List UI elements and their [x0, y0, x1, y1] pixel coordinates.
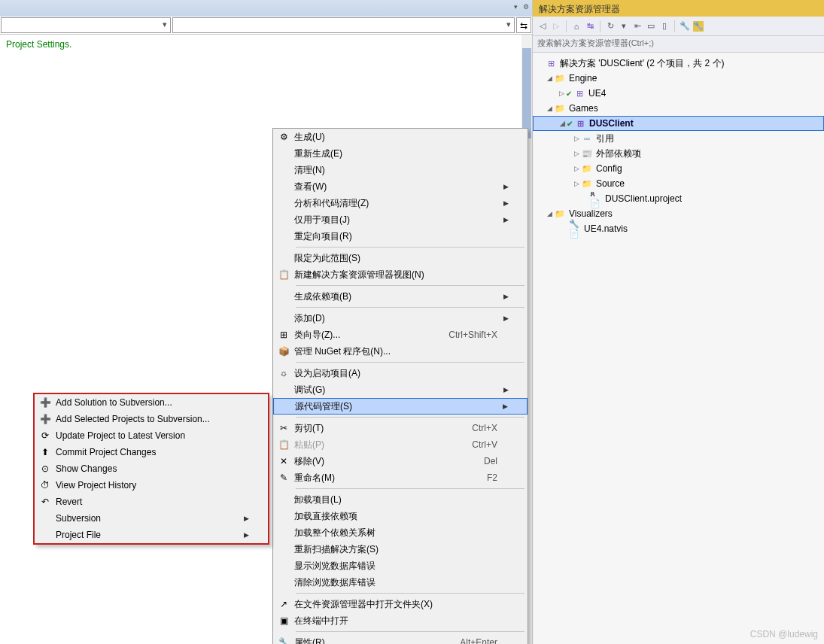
menu-label: 调试(G) — [294, 384, 503, 396]
refresh-icon[interactable]: ↻ — [605, 21, 616, 32]
sync-icon[interactable]: ↹ — [585, 21, 595, 32]
folder-games[interactable]: ◢📁Games — [533, 101, 824, 116]
menu-item[interactable]: 重新扫描解决方案(S) — [273, 541, 528, 557]
menu-item[interactable]: 加载整个依赖关系树 — [273, 524, 528, 541]
menu-item[interactable]: 显示浏览数据库错误 — [273, 557, 528, 574]
menu-item[interactable]: ➕Add Selected Projects to Subversion... — [35, 411, 268, 427]
menu-shortcut: Ctrl+Shift+X — [448, 330, 503, 340]
menu-item[interactable]: 清除浏览数据库错误 — [273, 574, 528, 591]
menu-item[interactable]: 🔧属性(R)Alt+Enter — [273, 634, 528, 644]
menu-item[interactable]: 源代码管理(S)▶ — [273, 398, 528, 415]
spanner-icon[interactable]: 🔧 — [693, 21, 704, 32]
menu-item[interactable]: ⊞类向导(Z)...Ctrl+Shift+X — [273, 327, 528, 343]
menu-label: 仅用于项目(J) — [294, 214, 503, 226]
menu-item[interactable]: Subversion▶ — [35, 510, 268, 527]
menu-item[interactable]: ✕移除(V)Del — [273, 453, 528, 469]
solution-icon: ⊞ — [545, 58, 557, 68]
menu-item[interactable]: Project File▶ — [35, 527, 268, 543]
menu-item[interactable]: ➕Add Solution to Subversion... — [35, 394, 268, 411]
gear-icon[interactable]: ⚙ — [521, 2, 531, 11]
project-ue4[interactable]: ▷✔⊞UE4 — [533, 86, 824, 101]
menu-item[interactable]: 分析和代码清理(Z)▶ — [273, 195, 528, 211]
menu-shortcut: Ctrl+X — [472, 423, 503, 433]
chevron-down-icon[interactable]: ▾ — [619, 21, 629, 32]
menu-label: Show Changes — [56, 463, 244, 474]
collapse-icon[interactable]: ⇤ — [632, 21, 643, 32]
toggle-button[interactable]: ⇆ — [516, 17, 531, 33]
menu-item[interactable]: ⟳Update Project to Latest Version — [35, 427, 268, 444]
menu-shortcut: Del — [484, 456, 503, 466]
menu-item[interactable]: ⏱View Project History — [35, 477, 268, 494]
uproject-file[interactable]: ▷ጸ📄DUSClient.uproject — [533, 191, 824, 206]
menu-item[interactable]: 加载直接依赖项 — [273, 508, 528, 524]
menu-item[interactable]: 📋粘贴(P)Ctrl+V — [273, 436, 528, 453]
source-folder[interactable]: ▷📁Source — [533, 176, 824, 191]
menu-item[interactable]: 重定向项目(R) — [273, 228, 528, 245]
menu-item[interactable]: 清理(N) — [273, 162, 528, 178]
menu-label: Commit Project Changes — [56, 447, 244, 457]
wrench-icon[interactable]: 🔧 — [680, 21, 690, 32]
menu-item[interactable]: 重新生成(E) — [273, 145, 528, 162]
solution-root[interactable]: ▾⊞解决方案 'DUSClient' (2 个项目，共 2 个) — [533, 56, 824, 71]
menu-item[interactable]: ▣在终端中打开 — [273, 612, 528, 629]
menu-item[interactable]: ⊙Show Changes — [35, 460, 268, 477]
menu-label: Add Solution to Subversion... — [56, 397, 244, 408]
file-icon: 🔧📄 — [569, 223, 581, 234]
menu-label: 生成(U) — [294, 131, 503, 144]
references-node[interactable]: ▷▫▫引用 — [533, 131, 824, 146]
menu-item[interactable]: ⚙生成(U) — [273, 129, 528, 145]
doc-icon[interactable]: ▯ — [659, 21, 670, 32]
folder-icon: 📁 — [581, 163, 593, 174]
folder-icon: 📁 — [554, 103, 566, 114]
menu-icon: ✂ — [273, 423, 294, 433]
menu-item[interactable]: ✎重命名(M)F2 — [273, 469, 528, 486]
menu-item[interactable]: 仅用于项目(J)▶ — [273, 211, 528, 228]
menu-item[interactable]: 调试(G)▶ — [273, 381, 528, 398]
folder-icon: 📁 — [581, 178, 593, 189]
context-menu: ⚙生成(U)重新生成(E)清理(N)查看(W)▶分析和代码清理(Z)▶仅用于项目… — [272, 128, 528, 644]
panel-toolbar: ◁ ▷ ⌂ ↹ ↻ ▾ ⇤ ▭ ▯ 🔧 🔧 — [533, 17, 824, 36]
menu-item[interactable]: 卸载项目(L) — [273, 491, 528, 508]
menu-label: 查看(W) — [294, 181, 503, 193]
scope-dropdown[interactable] — [1, 17, 171, 33]
menu-item[interactable]: ☼设为启动项目(A) — [273, 365, 528, 381]
menu-item[interactable]: ↗在文件资源管理器中打开文件夹(X) — [273, 596, 528, 612]
menu-item[interactable]: 📋新建解决方案资源管理器视图(N) — [273, 266, 528, 283]
menu-label: 重定向项目(R) — [294, 230, 503, 243]
menu-icon: 📋 — [273, 269, 294, 280]
menu-icon: ↶ — [35, 497, 56, 507]
submenu-arrow-icon: ▶ — [244, 531, 253, 539]
menu-item[interactable]: 查看(W)▶ — [273, 178, 528, 195]
natvis-file[interactable]: ▷🔧📄UE4.natvis — [533, 221, 824, 236]
project-dusclient[interactable]: ◢✔⊞DUSClient — [533, 116, 824, 131]
menu-item[interactable]: ↶Revert — [35, 494, 268, 510]
showfiles-icon[interactable]: ▭ — [646, 21, 656, 32]
menu-label: 加载直接依赖项 — [294, 510, 503, 523]
menu-item[interactable]: 📦管理 NuGet 程序包(N)... — [273, 343, 528, 360]
menu-icon: ⟳ — [35, 430, 56, 441]
menu-icon: ↗ — [273, 599, 294, 609]
menu-shortcut: Ctrl+V — [472, 439, 503, 450]
menu-label: 显示浏览数据库错误 — [294, 560, 503, 573]
menu-icon: ✕ — [273, 456, 294, 466]
menu-icon: ➕ — [35, 414, 56, 424]
search-input[interactable]: 搜索解决方案资源管理器(Ctrl+;) — [533, 36, 824, 53]
menu-item[interactable]: 添加(D)▶ — [273, 310, 528, 327]
menu-item[interactable]: 限定为此范围(S) — [273, 250, 528, 266]
member-dropdown[interactable] — [172, 17, 515, 33]
submenu-arrow-icon: ▶ — [503, 402, 512, 410]
forward-icon[interactable]: ▷ — [551, 21, 561, 32]
folder-icon: 📁 — [554, 208, 566, 219]
menu-item[interactable]: ⬆Commit Project Changes — [35, 444, 268, 460]
menu-item[interactable]: ✂剪切(T)Ctrl+X — [273, 420, 528, 436]
menu-item[interactable]: 生成依赖项(B)▶ — [273, 288, 528, 305]
nav-dropdowns: ⇆ — [0, 17, 532, 35]
back-icon[interactable]: ◁ — [537, 21, 548, 32]
home-icon[interactable]: ⌂ — [571, 21, 582, 32]
dropdown-icon[interactable]: ▾ — [511, 2, 520, 11]
config-folder[interactable]: ▷📁Config — [533, 161, 824, 176]
menu-label: 添加(D) — [294, 312, 503, 325]
external-deps-node[interactable]: ▷📰外部依赖项 — [533, 146, 824, 161]
folder-engine[interactable]: ◢📁Engine — [533, 71, 824, 86]
menu-label: Revert — [56, 497, 244, 507]
